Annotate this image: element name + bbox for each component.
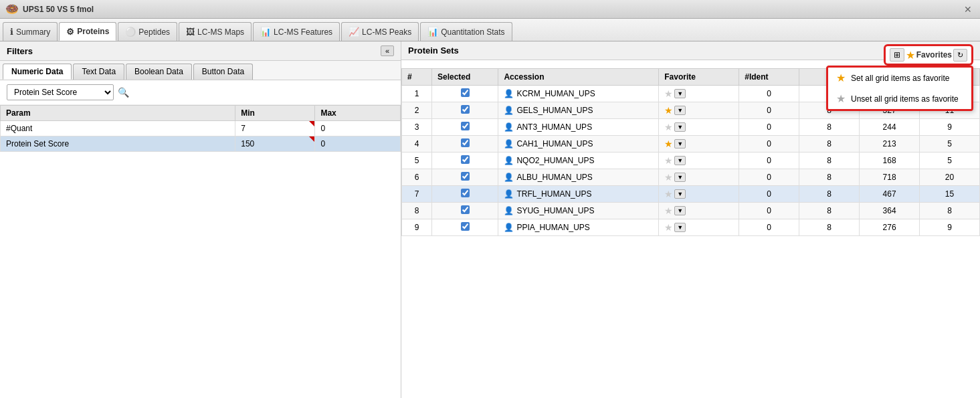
filter-max-cell[interactable]: 0 (315, 136, 401, 152)
favorite-star-button[interactable]: ★ (664, 105, 673, 116)
accession-text: PPIA_HUMAN_UPS (516, 223, 589, 232)
row-num: 8 (402, 203, 432, 219)
col-header-ident: #Ident (739, 69, 799, 86)
row-accession: 👤PPIA_HUMAN_UPS (498, 219, 659, 236)
row-selected (431, 186, 498, 203)
favorite-star-button[interactable]: ★ (664, 88, 673, 99)
row-col8: 8 (920, 203, 980, 219)
favorite-dropdown-button[interactable]: ▼ (674, 206, 686, 215)
row-ident: 0 (739, 169, 799, 186)
set-all-favorites-item[interactable]: ★ Set all grid items as favorite (828, 68, 971, 88)
favorite-dropdown-button[interactable]: ▼ (674, 106, 686, 115)
favorite-star-button[interactable]: ★ (664, 189, 673, 199)
row-favorite: ★▼ (659, 169, 739, 186)
favorite-dropdown-button[interactable]: ▼ (674, 89, 686, 98)
favorite-star-button[interactable]: ★ (664, 122, 673, 132)
row-accession: 👤GELS_HUMAN_UPS (498, 102, 659, 119)
favorite-star-button[interactable]: ★ (664, 222, 673, 233)
accession-text: GELS_HUMAN_UPS (516, 106, 593, 115)
row-favorite: ★▼ (659, 119, 739, 136)
filter-max-cell[interactable]: 0 (315, 121, 401, 136)
tab-lcmsmaps[interactable]: 🖼 LC-MS Maps (179, 22, 252, 41)
row-accession: 👤SYUG_HUMAN_UPS (498, 203, 659, 219)
filter-tabs: Numeric Data Text Data Boolean Data Butt… (0, 61, 401, 80)
window-title: UPS1 50 VS 5 fmol (23, 5, 961, 14)
filter-table-row: Protein Set Score1500 (1, 136, 401, 152)
row-checkbox[interactable] (461, 105, 470, 114)
favorite-dropdown-button[interactable]: ▼ (674, 189, 686, 199)
row-checkbox[interactable] (461, 222, 470, 231)
row-num: 2 (402, 102, 432, 119)
filter-tab-numeric[interactable]: Numeric Data (3, 64, 72, 80)
filter-table-row: #Quant70 (1, 121, 401, 136)
favorite-star-button[interactable]: ★ (664, 138, 673, 149)
tab-proteins[interactable]: ⚙ Proteins (59, 22, 116, 41)
accession-text: TRFL_HUMAN_UPS (516, 189, 591, 199)
row-checkbox[interactable] (461, 189, 470, 197)
row-selected (431, 102, 498, 119)
row-favorite: ★▼ (659, 153, 739, 169)
favorites-refresh-button[interactable]: ↻ (953, 49, 967, 62)
proteins-icon: ⚙ (66, 27, 74, 37)
tab-peptides[interactable]: ⚪ Peptides (118, 22, 177, 41)
favorite-dropdown-button[interactable]: ▼ (674, 156, 686, 165)
lcmsmaps-icon: 🖼 (186, 27, 195, 37)
filter-tab-text[interactable]: Text Data (73, 64, 124, 80)
favorite-dropdown-button[interactable]: ▼ (674, 122, 686, 132)
filter-select[interactable]: Protein Set Score #Quant (7, 84, 114, 100)
filter-min-cell[interactable]: 150 (235, 136, 315, 152)
row-checkbox[interactable] (461, 205, 470, 214)
favorite-star-button[interactable]: ★ (664, 172, 673, 183)
row-num: 5 (402, 153, 432, 169)
filter-search-button[interactable]: 🔍 (118, 87, 129, 98)
tab-summary[interactable]: ℹ Summary (3, 22, 58, 41)
filter-min-cell[interactable]: 7 (235, 121, 315, 136)
collapse-button[interactable]: « (381, 45, 394, 56)
row-selected (431, 86, 498, 102)
unset-all-favorites-item[interactable]: ★ Unset all grid items as favorite (828, 88, 971, 109)
person-icon: 👤 (504, 106, 514, 115)
favorites-toolbar: ⊞ ★ Favorites ↻ (884, 44, 973, 66)
filter-param-cell: Protein Set Score (1, 136, 235, 152)
row-ident: 0 (739, 136, 799, 153)
row-col6: 8 (799, 153, 860, 169)
row-favorite: ★▼ (659, 136, 739, 153)
favorite-star-button[interactable]: ★ (664, 155, 673, 166)
person-icon: 👤 (504, 139, 514, 148)
tab-quantstats[interactable]: 📊 Quantitation Stats (420, 22, 512, 41)
row-col8: 15 (920, 186, 980, 203)
title-bar: 🍩 UPS1 50 VS 5 fmol ✕ (0, 0, 980, 19)
row-col7: 467 (860, 186, 920, 203)
favorites-star-button[interactable]: ★ (906, 49, 915, 62)
person-icon: 👤 (504, 173, 514, 182)
filter-col-min: Min (235, 106, 315, 121)
accession-text: CAH1_HUMAN_UPS (516, 139, 593, 148)
tab-peptides-label: Peptides (138, 27, 170, 37)
row-col6: 8 (799, 136, 860, 153)
favorite-dropdown-button[interactable]: ▼ (674, 223, 686, 232)
quantstats-icon: 📊 (427, 27, 438, 37)
row-checkbox[interactable] (461, 122, 470, 130)
protein-table-wrapper: # Selected Accession Favorite #Ident 1👤K… (401, 67, 980, 398)
row-checkbox[interactable] (461, 88, 470, 97)
favorites-grid-button[interactable]: ⊞ (890, 48, 904, 62)
row-checkbox[interactable] (461, 172, 470, 181)
row-checkbox[interactable] (461, 138, 470, 147)
protein-table-row: 4👤CAH1_HUMAN_UPS★▼082135 (402, 136, 980, 153)
row-ident: 0 (739, 219, 799, 236)
col-header-selected: Selected (431, 69, 498, 86)
accession-text: SYUG_HUMAN_UPS (516, 206, 594, 215)
favorite-star-button[interactable]: ★ (664, 205, 673, 216)
filter-tab-boolean[interactable]: Boolean Data (126, 64, 192, 80)
row-selected (431, 203, 498, 219)
filter-tab-button[interactable]: Button Data (193, 64, 253, 80)
close-button[interactable]: ✕ (961, 4, 975, 15)
favorite-dropdown-button[interactable]: ▼ (674, 173, 686, 182)
tab-lcmsfeatures[interactable]: 📊 LC-MS Features (253, 22, 340, 41)
tab-lcmspeaks[interactable]: 📈 LC-MS Peaks (341, 22, 419, 41)
main-content: Filters « Numeric Data Text Data Boolean… (0, 41, 980, 398)
person-icon: 👤 (504, 223, 514, 232)
row-checkbox[interactable] (461, 155, 470, 164)
favorite-dropdown-button[interactable]: ▼ (674, 139, 686, 148)
set-all-favorites-label: Set all grid items as favorite (851, 74, 949, 83)
